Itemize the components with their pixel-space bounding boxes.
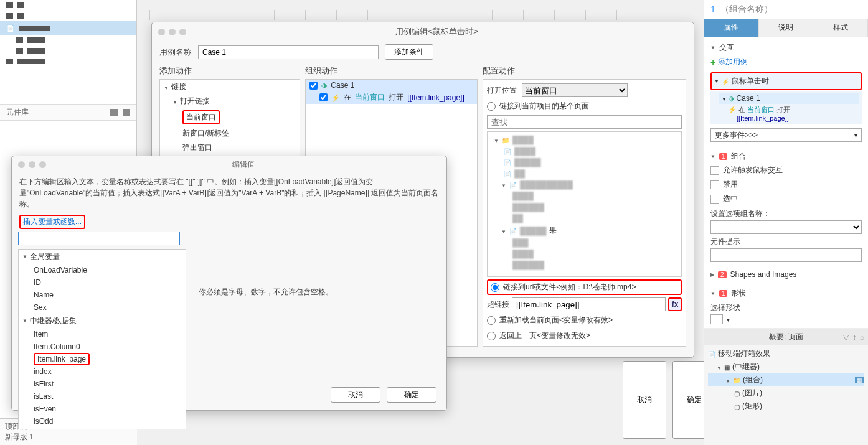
set-group-label: 设置选项组名称： xyxy=(710,206,862,220)
open-at-select[interactable]: 当前窗口 xyxy=(522,83,628,97)
variable-tree[interactable]: 全局变量 OnLoadVariable ID Name Sex 中继器/数据集 … xyxy=(18,249,186,429)
insert-variable-link[interactable]: 插入变量或函数... xyxy=(19,215,85,229)
search-icon[interactable] xyxy=(123,109,130,116)
var-item[interactable]: Name xyxy=(19,289,186,301)
var-item-link-page[interactable]: Item.link_page xyxy=(34,353,90,365)
radio-link-url[interactable]: 链接到url或文件<例如：D:\苍老师.mp4> xyxy=(487,279,682,295)
add-condition-button[interactable]: 添加条件 xyxy=(385,44,433,60)
page-icon xyxy=(6,24,15,32)
radio-link-page[interactable]: 链接到当前项目的某个页面 xyxy=(487,100,682,113)
window-controls[interactable] xyxy=(18,161,46,168)
group-section: 1组合 允许触发鼠标交互 禁用 选中 设置选项组名称： 元件提示 xyxy=(704,146,868,266)
horizontal-ruler xyxy=(149,10,697,20)
action-popup[interactable]: 弹出窗口 xyxy=(182,143,212,153)
outline-item[interactable] xyxy=(0,11,136,21)
action-current-window[interactable]: 当前窗口 xyxy=(182,110,220,124)
search-icon[interactable]: ⌕ xyxy=(860,333,864,342)
var-item[interactable]: ID xyxy=(19,276,186,289)
var-item[interactable]: isFirst xyxy=(19,378,186,390)
lightning-icon xyxy=(331,93,340,102)
shape-section: 1形状 选择形状 ▾ xyxy=(704,283,868,329)
fx-button[interactable]: fx xyxy=(668,297,682,311)
action-open-link[interactable]: 打开链接 xyxy=(180,96,210,106)
edit-value-cancel[interactable]: 取消 xyxy=(331,387,380,403)
shape-header[interactable]: 1形状 xyxy=(710,287,862,300)
inspector-tabs: 属性 说明 样式 xyxy=(704,19,868,37)
event-onclick[interactable]: 鼠标单击时 xyxy=(714,75,858,88)
var-item[interactable]: OnLoadVariable xyxy=(19,264,186,276)
more-events-select[interactable]: 更多事件>>> xyxy=(710,128,862,142)
org-case-row[interactable]: ⬗ Case 1 xyxy=(306,80,477,91)
tab-style[interactable]: 样式 xyxy=(813,19,868,37)
filter-icon[interactable]: ▽ xyxy=(843,333,849,342)
outline-item[interactable] xyxy=(0,56,136,67)
case-editor-cancel[interactable]: 取消 xyxy=(623,361,666,439)
outline-tree[interactable]: 移动端灯箱效果 (中继器) (组合)▦ (图片) (矩形) xyxy=(704,345,868,415)
organize-action-header: 组织动作 xyxy=(305,63,478,79)
vars-repeater-header[interactable]: 中继器/数据集 xyxy=(19,314,186,328)
inspector-panel: 1 （组合名称） 属性 说明 样式 交互 添加用例 鼠标单击时 ▼ ⬗ Case… xyxy=(704,0,868,445)
var-item[interactable]: Item xyxy=(19,328,186,340)
case-checkbox[interactable] xyxy=(309,82,318,90)
select-shape-label: 选择形状 xyxy=(710,300,862,314)
radio-reload-input[interactable] xyxy=(487,316,496,325)
tab-notes[interactable]: 说明 xyxy=(759,19,814,37)
shapes-images-section: 2Shapes and Images xyxy=(704,266,868,283)
chk-allow-mouse[interactable]: 允许触发鼠标交互 xyxy=(710,163,862,177)
edit-value-info: 在下方编辑区输入文本，变量名称或表达式要写在 "[[""]]" 中。例如：插入变… xyxy=(12,172,446,213)
lightning-icon xyxy=(722,77,729,86)
shapes-images-header[interactable]: 2Shapes and Images xyxy=(710,270,862,279)
action-new-window[interactable]: 新窗口/新标签 xyxy=(182,128,229,139)
outline-item[interactable] xyxy=(0,45,136,56)
tab-properties[interactable]: 属性 xyxy=(704,19,759,37)
radio-link-page-input[interactable] xyxy=(487,102,496,111)
interactions-header[interactable]: 交互 xyxy=(710,41,862,54)
radio-back-input[interactable] xyxy=(487,332,496,340)
case-action-row[interactable]: ⚡ 在 当前窗口 打开 [[Item.link_page]] xyxy=(713,104,859,123)
var-item[interactable]: isOdd xyxy=(19,415,186,428)
radio-link-url-input[interactable] xyxy=(491,283,499,292)
tooltip-input[interactable] xyxy=(710,248,862,262)
var-item[interactable]: index xyxy=(19,365,186,378)
outline-item-selected[interactable] xyxy=(0,21,136,35)
project-page-tree[interactable]: ████ ████ █████ ██ ██████████ ████ █████… xyxy=(487,131,682,277)
hyperlink-input[interactable] xyxy=(512,297,666,311)
expression-input[interactable] xyxy=(18,232,180,245)
group-header[interactable]: 1组合 xyxy=(710,150,862,163)
case-row[interactable]: ▼ ⬗ Case 1 xyxy=(719,93,859,104)
radio-reload[interactable]: 重新加载当前页面<变量修改有效> xyxy=(487,314,682,327)
open-at-label: 打开位置 xyxy=(487,85,517,96)
sort-icon[interactable]: ↕ xyxy=(852,333,856,342)
var-item[interactable]: isEven xyxy=(19,403,186,415)
action-checkbox[interactable] xyxy=(319,93,328,101)
var-item[interactable]: Item.Column0 xyxy=(19,340,186,353)
chk-selected[interactable]: 选中 xyxy=(710,192,862,206)
folder-icon xyxy=(502,136,509,144)
inspector-title: 1 （组合名称） xyxy=(704,0,868,19)
shape-swatch[interactable] xyxy=(710,314,723,324)
configure-action-panel: 打开位置 当前窗口 链接到当前项目的某个页面 ████ ████ █████ █… xyxy=(483,79,686,347)
dialog-title: 用例编辑<鼠标单击时> xyxy=(186,26,687,37)
action-group-link[interactable]: 链接 xyxy=(171,82,186,92)
chk-disabled[interactable]: 禁用 xyxy=(710,177,862,192)
radio-back[interactable]: 返回上一页<变量修改无效> xyxy=(487,329,682,342)
outline-item[interactable] xyxy=(0,35,136,45)
edit-value-ok[interactable]: 确定 xyxy=(387,387,436,403)
outline-header: 概要: 页面 ▽↕⌕ xyxy=(704,329,868,345)
org-action-row[interactable]: 在 当前窗口 打开 [[Item.link_page]] xyxy=(306,91,477,104)
set-group-select[interactable] xyxy=(710,220,862,234)
case-name-input[interactable] xyxy=(198,45,379,59)
tooltip-label: 元件提示 xyxy=(710,234,862,248)
list-icon[interactable] xyxy=(110,109,118,116)
outline-section: 概要: 页面 ▽↕⌕ 移动端灯箱效果 (中继器) (组合)▦ (图片) (矩形) xyxy=(704,329,868,445)
case-name-label: 用例名称 xyxy=(159,47,192,58)
vars-global-header[interactable]: 全局变量 xyxy=(19,250,186,264)
page-search-input[interactable] xyxy=(487,115,682,129)
edit-value-dialog: 编辑值 在下方编辑区输入文本，变量名称或表达式要写在 "[[""]]" 中。例如… xyxy=(11,156,447,411)
var-item[interactable]: isLast xyxy=(19,390,186,403)
var-item[interactable]: Sex xyxy=(19,301,186,314)
window-controls[interactable] xyxy=(158,29,186,35)
component-library-label: 元件库 xyxy=(6,107,29,118)
add-case-link[interactable]: 添加用例 xyxy=(710,54,862,70)
outline-item[interactable] xyxy=(0,0,136,11)
